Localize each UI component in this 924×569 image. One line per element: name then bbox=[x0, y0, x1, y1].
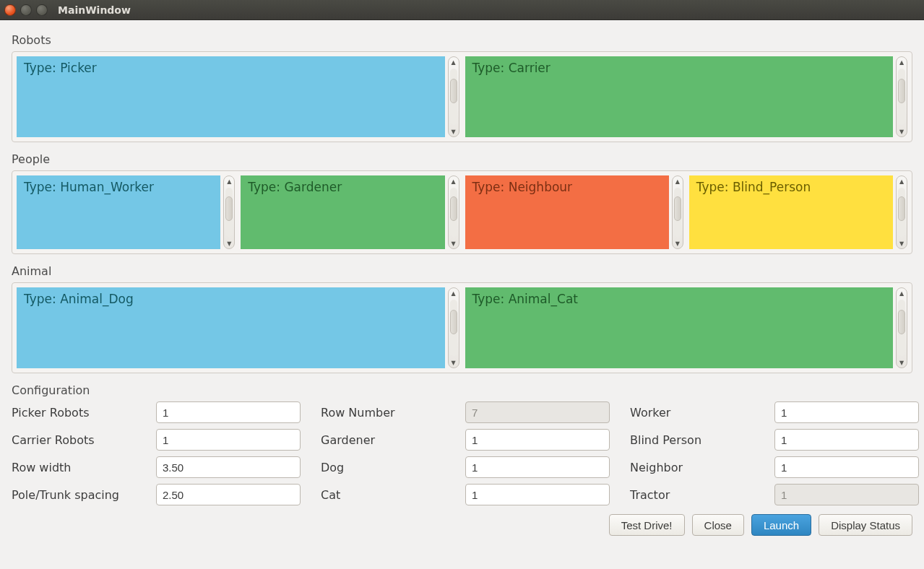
label-neighbor: Neighbor bbox=[630, 461, 774, 474]
scroll-track[interactable] bbox=[898, 69, 905, 125]
spin-pole-spacing[interactable]: ▲ ▼ bbox=[156, 484, 301, 505]
scroll-thumb[interactable] bbox=[898, 196, 905, 221]
scroll-down-icon[interactable]: ▼ bbox=[897, 238, 907, 248]
display-status-button[interactable]: Display Status bbox=[819, 514, 912, 536]
card-people-neighbour[interactable]: Type: Neighbour bbox=[465, 175, 669, 249]
scroll-track[interactable] bbox=[898, 188, 905, 237]
close-button[interactable]: Close bbox=[692, 514, 744, 536]
scroll-down-icon[interactable]: ▼ bbox=[897, 126, 907, 136]
scroll-thumb[interactable] bbox=[225, 196, 233, 221]
card-people-neighbour-wrap: Type: Neighbour ▲ ▼ bbox=[465, 175, 683, 249]
spin-input[interactable] bbox=[157, 485, 301, 505]
scroll-down-icon[interactable]: ▼ bbox=[897, 357, 907, 368]
label-cat: Cat bbox=[321, 488, 465, 502]
scroll-track[interactable] bbox=[450, 300, 457, 356]
spin-input[interactable] bbox=[157, 457, 301, 477]
launch-button[interactable]: Launch bbox=[751, 514, 811, 536]
scroll-down-icon[interactable]: ▼ bbox=[673, 238, 683, 248]
scroll-track[interactable] bbox=[225, 188, 233, 237]
scrollbar[interactable]: ▲ ▼ bbox=[223, 175, 235, 249]
card-people-worker-wrap: Type: Human_Worker ▲ ▼ bbox=[17, 175, 235, 249]
spin-cat[interactable]: ▲ ▼ bbox=[465, 484, 610, 505]
spin-worker[interactable]: ▲ ▼ bbox=[774, 401, 919, 423]
spin-input[interactable] bbox=[466, 430, 610, 450]
spin-row-width[interactable]: ▲ ▼ bbox=[156, 456, 301, 478]
card-people-worker[interactable]: Type: Human_Worker bbox=[17, 175, 220, 249]
card-people-gardener[interactable]: Type: Gardener bbox=[241, 175, 444, 249]
section-label-robots: Robots bbox=[12, 33, 912, 47]
scroll-down-icon[interactable]: ▼ bbox=[449, 238, 459, 248]
card-robot-carrier[interactable]: Type: Carrier bbox=[465, 56, 894, 137]
spin-gardener[interactable]: ▲ ▼ bbox=[465, 429, 610, 451]
scrollbar[interactable]: ▲ ▼ bbox=[896, 287, 907, 368]
client-area: Robots Type: Picker ▲ ▼ Type: Carrier ▲ … bbox=[0, 20, 924, 544]
scroll-track[interactable] bbox=[674, 188, 681, 237]
spin-dog[interactable]: ▲ ▼ bbox=[465, 456, 610, 478]
card-label: Type: Neighbour bbox=[472, 180, 573, 194]
scrollbar[interactable]: ▲ ▼ bbox=[896, 175, 907, 249]
section-label-animal: Animal bbox=[12, 264, 912, 278]
test-drive-button[interactable]: Test Drive! bbox=[609, 514, 685, 536]
card-animal-dog-wrap: Type: Animal_Dog ▲ ▼ bbox=[17, 287, 459, 368]
spin-row-number: ▲ ▼ bbox=[465, 401, 610, 423]
spin-input[interactable] bbox=[466, 485, 610, 505]
scrollbar[interactable]: ▲ ▼ bbox=[448, 56, 459, 137]
card-label: Type: Animal_Dog bbox=[24, 292, 134, 306]
scroll-up-icon[interactable]: ▲ bbox=[897, 288, 907, 298]
scroll-thumb[interactable] bbox=[450, 310, 457, 334]
scrollbar[interactable]: ▲ ▼ bbox=[672, 175, 683, 249]
group-animal: Type: Animal_Dog ▲ ▼ Type: Animal_Cat ▲ … bbox=[12, 282, 912, 373]
card-animal-cat[interactable]: Type: Animal_Cat bbox=[465, 287, 894, 368]
label-gardener: Gardener bbox=[321, 433, 465, 447]
scroll-up-icon[interactable]: ▲ bbox=[897, 176, 907, 186]
spin-tractor: ▲ ▼ bbox=[774, 484, 919, 505]
scroll-track[interactable] bbox=[450, 69, 457, 125]
scroll-thumb[interactable] bbox=[898, 79, 905, 103]
scroll-down-icon[interactable]: ▼ bbox=[449, 357, 459, 368]
card-robot-picker-wrap: Type: Picker ▲ ▼ bbox=[17, 56, 459, 137]
window-maximize-button[interactable] bbox=[36, 4, 48, 16]
scroll-up-icon[interactable]: ▲ bbox=[449, 57, 459, 67]
label-pole-spacing: Pole/Trunk spacing bbox=[12, 488, 156, 502]
section-label-people: People bbox=[12, 152, 912, 166]
scroll-track[interactable] bbox=[450, 188, 457, 237]
spin-input[interactable] bbox=[466, 457, 610, 477]
card-label: Type: Picker bbox=[24, 61, 97, 75]
card-robot-picker[interactable]: Type: Picker bbox=[17, 56, 445, 137]
scroll-up-icon[interactable]: ▲ bbox=[224, 176, 234, 186]
spin-input bbox=[775, 485, 919, 505]
spin-carrier-robots[interactable]: ▲ ▼ bbox=[156, 429, 301, 451]
cards-people: Type: Human_Worker ▲ ▼ Type: Gardener ▲ … bbox=[17, 175, 907, 249]
label-dog: Dog bbox=[321, 461, 465, 474]
scrollbar[interactable]: ▲ ▼ bbox=[896, 56, 907, 137]
scroll-thumb[interactable] bbox=[674, 196, 681, 221]
spin-picker-robots[interactable]: ▲ ▼ bbox=[156, 401, 301, 423]
scroll-down-icon[interactable]: ▼ bbox=[224, 238, 234, 248]
card-animal-dog[interactable]: Type: Animal_Dog bbox=[17, 287, 445, 368]
scrollbar[interactable]: ▲ ▼ bbox=[448, 175, 459, 249]
scroll-down-icon[interactable]: ▼ bbox=[449, 126, 459, 136]
cards-robots: Type: Picker ▲ ▼ Type: Carrier ▲ ▼ bbox=[17, 56, 907, 137]
spin-input[interactable] bbox=[157, 430, 301, 450]
scroll-thumb[interactable] bbox=[450, 79, 457, 103]
scroll-up-icon[interactable]: ▲ bbox=[897, 57, 907, 67]
window-minimize-button[interactable] bbox=[20, 4, 32, 16]
spin-input[interactable] bbox=[775, 457, 919, 477]
scroll-up-icon[interactable]: ▲ bbox=[673, 176, 683, 186]
scroll-thumb[interactable] bbox=[450, 196, 457, 221]
scroll-up-icon[interactable]: ▲ bbox=[449, 176, 459, 186]
scroll-thumb[interactable] bbox=[898, 310, 905, 334]
label-tractor: Tractor bbox=[630, 488, 774, 502]
window-close-button[interactable] bbox=[4, 4, 16, 16]
spin-blind-person[interactable]: ▲ ▼ bbox=[774, 429, 919, 451]
spin-input[interactable] bbox=[157, 402, 301, 422]
scroll-track[interactable] bbox=[898, 300, 905, 356]
spin-input[interactable] bbox=[775, 430, 919, 450]
scroll-up-icon[interactable]: ▲ bbox=[449, 288, 459, 298]
section-label-config: Configuration bbox=[12, 383, 912, 397]
spin-neighbor[interactable]: ▲ ▼ bbox=[774, 456, 919, 478]
scrollbar[interactable]: ▲ ▼ bbox=[448, 287, 459, 368]
label-row-number: Row Number bbox=[321, 406, 465, 420]
card-people-blind[interactable]: Type: Blind_Person bbox=[689, 175, 893, 249]
spin-input[interactable] bbox=[775, 402, 919, 422]
